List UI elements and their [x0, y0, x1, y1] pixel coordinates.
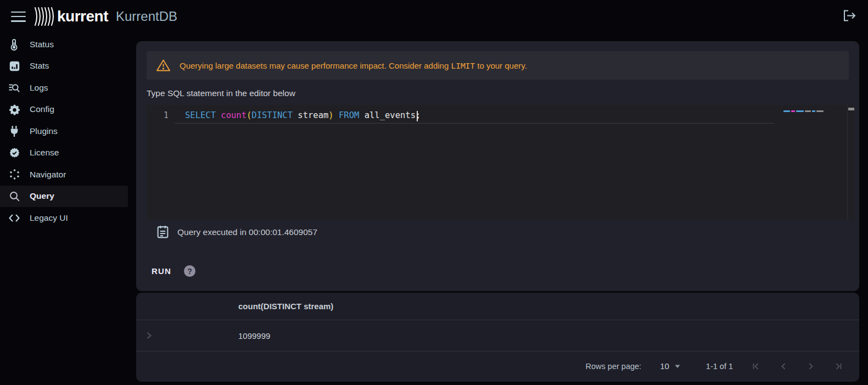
table-row: 1099999 — [136, 320, 859, 351]
hamburger-menu-icon[interactable] — [11, 12, 26, 22]
top-bar: kurrent KurrentDB — [0, 0, 868, 33]
sidebar-item-status[interactable]: Status — [0, 34, 128, 55]
run-controls: RUN ? — [152, 265, 195, 277]
pagination-bar: Rows per page: 10 1-1 of 1 — [136, 351, 859, 381]
pagination-range-label: 1-1 of 1 — [706, 362, 733, 371]
sidebar-item-logs[interactable]: Logs — [0, 77, 128, 99]
dropdown-arrow-icon — [674, 364, 681, 369]
magnifier-icon — [8, 190, 20, 202]
rows-per-page-select[interactable]: 10 — [660, 361, 681, 371]
sql-token: DISTINCT — [251, 110, 293, 120]
editor-scrollbar-track — [847, 105, 848, 220]
sql-code-line: SELECT count(DISTINCT stream) FROM all_e… — [185, 110, 421, 120]
query-panel: Querying large datasets may cause perfor… — [136, 41, 859, 291]
sidebar-item-label: Logs — [30, 83, 48, 93]
sql-token: SELECT — [185, 110, 216, 120]
log-search-icon — [8, 82, 20, 94]
brand-name: kurrent — [57, 8, 108, 25]
sidebar-item-label: Navigator — [30, 170, 66, 180]
results-table: count(DISTINCT stream) 1099999 Rows per … — [136, 293, 859, 382]
previous-page-icon[interactable] — [779, 362, 788, 371]
text-cursor — [417, 111, 418, 121]
result-cell-value: 1099999 — [136, 320, 859, 351]
product-title: KurrentDB — [116, 9, 177, 24]
first-page-icon[interactable] — [752, 362, 760, 371]
sidebar-item-stats[interactable]: Stats — [0, 55, 128, 77]
sidebar-item-label: Config — [30, 104, 54, 114]
sidebar-item-label: Plugins — [30, 126, 58, 136]
sql-token: FROM — [339, 110, 359, 120]
next-page-icon[interactable] — [807, 362, 815, 371]
last-page-icon[interactable] — [834, 362, 843, 371]
sidebar-item-license[interactable]: License — [0, 142, 128, 164]
sidebar-item-label: Query — [30, 191, 54, 201]
sidebar-item-navigator[interactable]: Navigator — [0, 164, 128, 186]
sidebar-item-query[interactable]: Query — [0, 186, 128, 208]
sidebar-item-label: Stats — [30, 61, 49, 71]
bar-chart-icon — [8, 60, 20, 72]
sidebar-item-label: Status — [30, 40, 54, 49]
limit-keyword: LIMIT — [451, 62, 475, 70]
execution-status-row: Query executed in 00:00:01.4609057 — [156, 225, 317, 239]
editor-scrollbar-thumb[interactable] — [848, 108, 854, 110]
run-button[interactable]: RUN — [152, 266, 171, 276]
sidebar-nav: Status Stats Logs — [0, 34, 128, 229]
expand-row-chevron-icon[interactable] — [144, 331, 154, 343]
code-brackets-icon — [8, 212, 20, 224]
sidebar-item-label: License — [30, 148, 59, 158]
active-line-border — [175, 123, 774, 124]
editor-minimap[interactable] — [783, 110, 824, 112]
rows-per-page-value: 10 — [660, 361, 669, 371]
sidebar-item-label: Legacy UI — [30, 213, 68, 223]
license-badge-icon — [8, 147, 20, 159]
warning-triangle-icon — [156, 59, 171, 72]
plug-icon — [8, 125, 20, 137]
sql-token: count — [221, 110, 247, 120]
editor-hint-label: Type SQL statement in the editor below — [147, 88, 295, 98]
sidebar-item-plugins[interactable]: Plugins — [0, 120, 128, 142]
warning-message: Querying large datasets may cause perfor… — [180, 61, 527, 70]
performance-warning-banner: Querying large datasets may cause perfor… — [147, 51, 849, 80]
spinner-dots-icon — [8, 169, 20, 181]
execution-time-message: Query executed in 00:00:01.4609057 — [177, 227, 317, 237]
sql-code-editor[interactable]: 1 SELECT count(DISTINCT stream) FROM all… — [147, 105, 854, 220]
sidebar-item-config[interactable]: Config — [0, 99, 128, 121]
logout-icon[interactable] — [842, 9, 857, 25]
rows-per-page-label: Rows per page: — [586, 362, 642, 371]
logo-waves-icon — [33, 5, 54, 27]
sidebar-item-legacy-ui[interactable]: Legacy UI — [0, 207, 128, 229]
thermometer-icon — [8, 38, 20, 51]
line-number: 1 — [147, 110, 173, 120]
results-column-header: count(DISTINCT stream) — [136, 293, 859, 320]
help-icon[interactable]: ? — [184, 265, 195, 277]
clipboard-icon — [156, 225, 169, 239]
gear-icon — [8, 103, 20, 115]
kurrent-logo: kurrent — [33, 5, 108, 27]
